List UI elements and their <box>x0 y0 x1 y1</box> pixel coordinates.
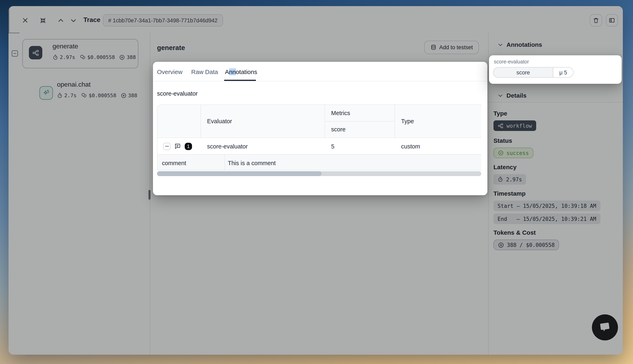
tab-overview[interactable]: Overview <box>157 62 182 81</box>
comment-row: comment This is a comment <box>158 154 481 170</box>
tabs-bar: Overview Raw Data Annotations <box>153 62 487 81</box>
column-header-type: Type <box>401 105 414 138</box>
column-header-metrics: Metrics <box>331 105 350 121</box>
evaluator-section-title: score-evaluator <box>157 90 198 97</box>
tab-raw-data[interactable]: Raw Data <box>191 62 218 81</box>
scrollbar-thumb[interactable] <box>157 171 322 176</box>
desktop-background: Trace # 1cbb70e7-34a1-7bb7-3498-771b7d46… <box>0 0 633 364</box>
horizontal-scrollbar[interactable] <box>157 171 481 176</box>
screen: Trace # 1cbb70e7-34a1-7bb7-3498-771b7d46… <box>0 0 633 364</box>
comment-value: This is a comment <box>228 154 276 170</box>
minus-icon <box>165 146 168 146</box>
cell-evaluator: score-evaluator <box>207 138 248 154</box>
tab-annotations[interactable]: Annotations <box>225 62 257 81</box>
annotations-table: Evaluator Metrics score Type 1 score-eva… <box>157 104 481 170</box>
column-header-evaluator: Evaluator <box>207 105 232 138</box>
comment-key: comment <box>162 154 186 170</box>
metrics-subdivider <box>325 121 394 122</box>
comment-count-badge: 1 <box>185 142 192 150</box>
text-selection-highlight: nn <box>229 68 236 75</box>
trace-drawer-window: Trace # 1cbb70e7-34a1-7bb7-3498-771b7d46… <box>8 6 623 355</box>
metric-aggregate: μ 5 <box>553 67 574 78</box>
table-row[interactable]: 1 score-evaluator 5 custom <box>158 138 481 154</box>
cell-score: 5 <box>331 138 334 154</box>
row-collapse-checkbox[interactable] <box>163 142 170 150</box>
annotation-summary-card: score-evaluator score μ 5 <box>489 55 622 84</box>
cell-type: custom <box>401 138 420 154</box>
active-tab-indicator <box>224 80 256 81</box>
column-subheader-score: score <box>331 121 346 138</box>
annotations-panel-card: Overview Raw Data Annotations score-eval… <box>153 62 487 195</box>
annotation-evaluator-label: score-evaluator <box>494 59 529 65</box>
metric-chip[interactable]: score μ 5 <box>493 67 574 78</box>
column-border <box>224 154 225 170</box>
metric-name: score <box>493 67 553 78</box>
comment-bubble-icon[interactable] <box>174 143 181 150</box>
table-header: Evaluator Metrics score Type <box>158 105 481 138</box>
